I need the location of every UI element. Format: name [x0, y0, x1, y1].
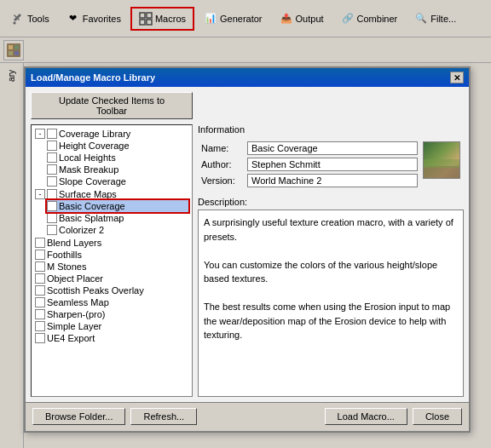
tree-item-local-heights[interactable]: Local Heights	[47, 152, 188, 164]
tree-item-height-coverage[interactable]: Height Coverage	[47, 140, 188, 152]
tree-item-colorizer2[interactable]: Colorizer 2	[47, 224, 188, 236]
author-value: Stephen Schmitt	[247, 158, 418, 171]
blend-layers-label: Blend Layers	[47, 238, 101, 248]
m-stones-label: M Stones	[47, 261, 86, 272]
dialog-footer: Browse Folder... Refresh... Load Macro..…	[26, 402, 469, 431]
checkbox-basic-coverage[interactable]	[47, 201, 57, 211]
slope-coverage-label: Slope Coverage	[59, 176, 126, 187]
dialog-close-button[interactable]: ✕	[450, 72, 464, 83]
dialog-titlebar: Load/Manage Macro Library ✕	[26, 68, 469, 87]
tab-generator[interactable]: 📊 Generator	[196, 7, 270, 31]
tree-item-surface-maps[interactable]: - Surface Maps	[35, 188, 188, 200]
tree-container: - Coverage Library Height Coverage Local…	[32, 125, 192, 346]
name-label: Name:	[201, 143, 244, 153]
tab-tools[interactable]: Tools	[3, 7, 57, 31]
tab-filter[interactable]: 🔍 Filte...	[407, 7, 464, 31]
tree-item-mask-breakup[interactable]: Mask Breakup	[47, 164, 188, 175]
checkbox-m-stones[interactable]	[35, 261, 45, 272]
info-row-version: Version: World Machine 2	[201, 174, 418, 187]
info-section-title: Information	[198, 124, 464, 135]
footer-right: Load Macro... Close	[325, 408, 462, 425]
tab-output[interactable]: 📤 Output	[272, 7, 332, 31]
browse-folder-button[interactable]: Browse Folder...	[32, 408, 125, 425]
tree-item-basic-splatmap[interactable]: Basic Splatmap	[47, 212, 188, 224]
tree-item-ue4-export[interactable]: UE4 Export	[35, 332, 188, 344]
checkbox-mask-breakup[interactable]	[47, 164, 57, 175]
close-button[interactable]: Close	[413, 408, 462, 425]
simple-layer-label: Simple Layer	[47, 321, 101, 331]
svg-rect-0	[140, 13, 145, 18]
checkbox-ue4-export[interactable]	[35, 333, 45, 343]
ue4-export-label: UE4 Export	[47, 333, 95, 343]
macro-dialog: Load/Manage Macro Library ✕ Update Check…	[24, 66, 471, 433]
checkbox-local-heights[interactable]	[47, 152, 57, 163]
dialog-title: Load/Manage Macro Library	[31, 72, 155, 83]
tab-macros[interactable]: Macros	[130, 7, 194, 31]
author-label: Author:	[201, 159, 244, 169]
main-toolbar: Tools ❤ Favorites Macros 📊 Generator 📤 O…	[0, 0, 491, 37]
colorizer2-label: Colorizer 2	[59, 225, 104, 235]
small-icon-button[interactable]	[3, 40, 24, 60]
info-panel: Information Name: Basic Coverage Author:…	[198, 124, 464, 397]
tree-item-coverage-library[interactable]: - Coverage Library	[35, 128, 188, 140]
macro-thumbnail	[423, 141, 460, 179]
info-fields: Name: Basic Coverage Author: Stephen Sch…	[198, 138, 464, 193]
svg-rect-3	[147, 20, 152, 25]
tree-item-basic-coverage[interactable]: Basic Coverage	[47, 200, 188, 212]
mask-breakup-label: Mask Breakup	[59, 164, 118, 175]
basic-splatmap-label: Basic Splatmap	[59, 213, 124, 223]
checkbox-colorizer2[interactable]	[47, 225, 57, 235]
checkbox-basic-splatmap[interactable]	[47, 213, 57, 223]
tree-item-blend-layers[interactable]: Blend Layers	[35, 237, 188, 249]
scottish-peaks-label: Scottish Peaks Overlay	[47, 285, 144, 296]
desc-text: A surprisingly useful texture creation m…	[204, 217, 453, 340]
checkbox-slope-coverage[interactable]	[47, 176, 57, 187]
checkbox-simple-layer[interactable]	[35, 321, 45, 331]
refresh-button[interactable]: Refresh...	[130, 408, 197, 425]
checkbox-seamless-map[interactable]	[35, 297, 45, 307]
tab-favorites[interactable]: ❤ Favorites	[59, 7, 129, 31]
generator-icon: 📊	[204, 12, 217, 26]
seamless-map-label: Seamless Map	[47, 297, 109, 307]
tab-generator-label: Generator	[220, 14, 263, 24]
tab-filter-label: Filte...	[430, 14, 456, 24]
tab-macros-label: Macros	[155, 14, 186, 24]
macro-tree-panel[interactable]: - Coverage Library Height Coverage Local…	[31, 124, 193, 397]
output-icon: 📤	[280, 12, 293, 26]
desc-box[interactable]: A surprisingly useful texture creation m…	[198, 210, 464, 397]
checkbox-sharpen-pro[interactable]	[35, 309, 45, 319]
tree-item-seamless-map[interactable]: Seamless Map	[35, 296, 188, 308]
info-row-name: Name: Basic Coverage	[201, 141, 418, 155]
checkbox-foothills[interactable]	[35, 250, 45, 260]
checkbox-object-placer[interactable]	[35, 273, 45, 284]
tree-item-m-stones[interactable]: M Stones	[35, 261, 188, 273]
info-row-author: Author: Stephen Schmitt	[201, 158, 418, 171]
version-value: World Machine 2	[247, 174, 418, 187]
tree-item-foothills[interactable]: Foothills	[35, 249, 188, 261]
tree-item-simple-layer[interactable]: Simple Layer	[35, 320, 188, 332]
info-fields-left: Name: Basic Coverage Author: Stephen Sch…	[201, 141, 418, 190]
checkbox-surface-maps[interactable]	[47, 189, 57, 199]
svg-rect-8	[14, 51, 19, 55]
expand-coverage-icon[interactable]: -	[35, 129, 45, 139]
svg-rect-5	[9, 45, 13, 49]
update-btn-container: Update Checked Items to Toolbar	[26, 87, 469, 119]
height-coverage-label: Height Coverage	[59, 141, 130, 151]
checkbox-scottish-peaks[interactable]	[35, 285, 45, 296]
expand-surface-icon[interactable]: -	[35, 189, 45, 199]
version-label: Version:	[201, 175, 244, 186]
tree-item-sharpen-pro[interactable]: Sharpen-(pro)	[35, 308, 188, 320]
tools-icon	[11, 12, 25, 26]
tree-item-scottish-peaks[interactable]: Scottish Peaks Overlay	[35, 284, 188, 296]
update-toolbar-button[interactable]: Update Checked Items to Toolbar	[31, 92, 193, 119]
load-macro-button[interactable]: Load Macro...	[325, 408, 407, 425]
checkbox-height-coverage[interactable]	[47, 141, 57, 151]
tree-item-slope-coverage[interactable]: Slope Coverage	[47, 175, 188, 187]
sidebar-label: ary	[5, 66, 18, 85]
checkbox-blend-layers[interactable]	[35, 238, 45, 248]
tree-item-object-placer[interactable]: Object Placer	[35, 273, 188, 284]
tab-combiner[interactable]: 🔗 Combiner	[333, 7, 406, 31]
svg-rect-6	[14, 45, 19, 49]
checkbox-coverage-library[interactable]	[47, 129, 57, 139]
footer-left: Browse Folder... Refresh...	[32, 408, 197, 425]
